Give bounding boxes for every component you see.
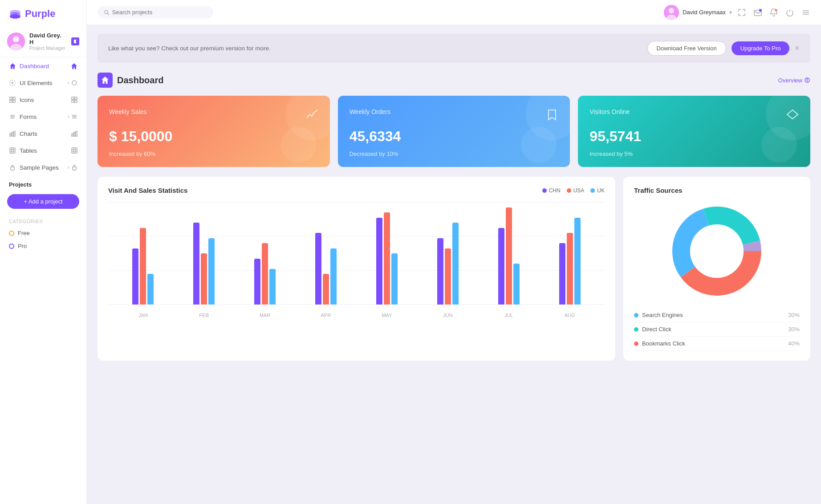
sidebar-item-icons[interactable]: Icons [0, 91, 86, 108]
download-free-button[interactable]: Download Free Version [647, 41, 726, 56]
chn-bar [315, 233, 321, 305]
search-icon [104, 9, 110, 16]
content-area: Like what you see? Check out our premium… [87, 25, 821, 504]
svg-point-43 [669, 8, 674, 13]
bar-group [193, 223, 215, 305]
stat-card-weekly-orders: Weekly Orders 45,6334 Decreased by 10% [338, 96, 570, 167]
bar-group [437, 223, 459, 305]
stat-label: Weekly Orders [350, 108, 390, 115]
free-dot [9, 231, 14, 236]
overview-link[interactable]: Overview [778, 77, 810, 84]
bar-month-label: JUN [435, 313, 461, 318]
table-right-icon [71, 147, 77, 154]
user-badge [71, 37, 79, 45]
traffic-legend-bookmarks: Bookmarks Click 40% [634, 337, 800, 351]
table-icon [9, 147, 16, 154]
donut-chart [634, 202, 800, 300]
bell-icon[interactable] [769, 8, 778, 17]
chn-bar [132, 248, 138, 305]
menu-icon[interactable] [801, 8, 810, 17]
svg-rect-12 [72, 97, 74, 99]
visit-chart-title: Visit And Sales Statistics [108, 187, 187, 194]
chevron-down-icon: ▾ [729, 9, 732, 16]
usa-bar [506, 207, 512, 305]
app-logo[interactable]: Purple [0, 0, 86, 28]
search-label: Search Engines [642, 312, 683, 318]
stat-change: Decreased by 10% [350, 150, 559, 157]
expand-icon[interactable] [737, 8, 746, 17]
svg-rect-8 [10, 97, 12, 99]
list-icon [9, 113, 16, 120]
bar-month-label: JUL [496, 313, 522, 318]
user-name: David Grey. H [29, 32, 67, 45]
circle-icon [71, 80, 77, 86]
svg-rect-14 [72, 100, 74, 102]
mail-icon[interactable] [753, 8, 762, 17]
sidebar-item-charts[interactable]: Charts [0, 125, 86, 142]
topnav-user[interactable]: David Greymaax ▾ [664, 5, 732, 20]
stat-change: Increased by 60% [109, 150, 318, 157]
stat-card-visitors: Visitors Online 95,5741 Increased by 5% [578, 96, 810, 167]
uk-dot [590, 188, 595, 193]
sidebar-item-label: Tables [20, 147, 37, 154]
svg-rect-23 [12, 132, 13, 136]
traffic-chart-title: Traffic Sources [634, 187, 682, 194]
bar-group [559, 218, 581, 305]
search-box[interactable] [98, 6, 213, 18]
category-pro-label: Pro [18, 243, 27, 249]
search-input[interactable] [112, 9, 207, 16]
lock-right-icon [71, 164, 77, 171]
bar-month-label: JAN [130, 313, 156, 318]
bar-chart-labels: JANFEBMARAPRMAYJUNJULAUG [108, 313, 605, 318]
categories-label: Categories [0, 212, 86, 227]
svg-rect-27 [76, 131, 77, 136]
bar-month-label: MAR [252, 313, 278, 318]
svg-rect-22 [10, 134, 11, 136]
usa-label: USA [573, 187, 585, 194]
svg-rect-10 [10, 100, 12, 102]
visit-sales-chart-card: Visit And Sales Statistics CHN USA UK [98, 177, 615, 361]
legend-uk: UK [590, 187, 605, 194]
promo-banner: Like what you see? Check out our premium… [98, 34, 810, 63]
chn-bar [559, 243, 565, 305]
legend-usa: USA [567, 187, 585, 194]
projects-label: Projects [9, 181, 32, 188]
home-icon [9, 62, 16, 69]
chn-label: CHN [549, 187, 561, 194]
bookmarks-dot [634, 341, 638, 346]
pro-dot [9, 244, 14, 249]
svg-rect-11 [13, 100, 15, 102]
add-project-button[interactable]: + Add a project [7, 194, 79, 209]
usa-bar [567, 233, 573, 305]
sidebar-item-forms[interactable]: Forms ‹ [0, 108, 86, 125]
svg-point-2 [10, 14, 20, 19]
chn-bar [498, 228, 504, 305]
chn-bar [376, 218, 382, 305]
power-icon[interactable] [785, 8, 794, 17]
bar-chart: JANFEBMARAPRMAYJUNJULAUG [108, 202, 605, 318]
category-pro[interactable]: Pro [0, 240, 86, 252]
sidebar-item-tables[interactable]: Tables [0, 142, 86, 159]
uk-bar [208, 238, 215, 305]
chart-right-icon [71, 130, 77, 137]
forms-right-icon [71, 114, 77, 120]
sidebar-item-dashboard[interactable]: Dashboard [0, 57, 86, 74]
sidebar-item-ui-elements[interactable]: UI Elements ‹ [0, 74, 86, 91]
stat-change: Increased by 5% [589, 150, 799, 157]
grid-right-icon [71, 97, 77, 103]
search-dot [634, 313, 638, 317]
user-role: Project Manager [29, 45, 67, 51]
close-banner-button[interactable]: × [795, 44, 800, 53]
sidebar: Purple David Grey. H Project Manager Das… [0, 0, 87, 504]
sidebar-item-sample-pages[interactable]: Sample Pages ‹ [0, 159, 86, 176]
sidebar-item-label: UI Elements [20, 80, 53, 86]
category-free[interactable]: Free [0, 227, 86, 240]
svg-point-6 [12, 82, 13, 84]
flag-icon [73, 39, 77, 44]
upgrade-pro-button[interactable]: Upgrade To Pro [732, 41, 790, 55]
settings-icon [9, 79, 16, 86]
uk-bar [574, 218, 581, 305]
uk-bar [452, 223, 459, 305]
usa-bar [262, 243, 268, 305]
svg-rect-28 [10, 148, 15, 153]
